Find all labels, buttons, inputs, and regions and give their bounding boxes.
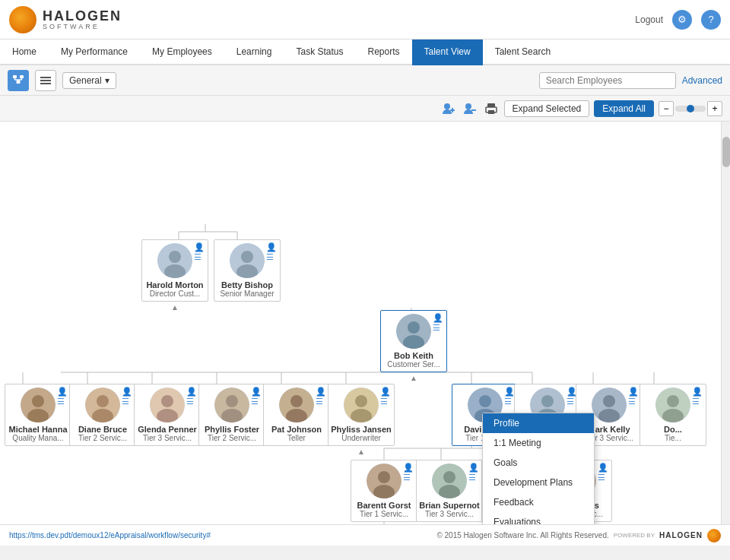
print-icon[interactable] (483, 100, 500, 117)
node-harold-morton[interactable]: 👤 ☰ Harold Morton Director Cust... ▲ (141, 239, 209, 312)
scrollbar-track[interactable] (721, 122, 730, 524)
menu-lines-icon: ☰ (598, 473, 608, 482)
node-phyliss-jansen[interactable]: 👤☰ Phyliss Jansen Underwriter ▲ (327, 384, 395, 456)
context-menu-profile[interactable]: Profile (483, 413, 594, 433)
nav-reports[interactable]: Reports (356, 40, 412, 65)
person-name: Michael Hanna (8, 425, 67, 434)
person-icon: 👤 (122, 388, 132, 396)
svg-point-67 (226, 395, 238, 407)
node-bob-keith[interactable]: 👤 ☰ Bob Keith Customer Ser... ▲ (379, 310, 448, 382)
person-name: Betty Bishop (221, 280, 273, 289)
zoom-in-button[interactable]: + (707, 101, 722, 116)
person-icon: 👤 (433, 314, 443, 322)
context-menu-feedback[interactable]: Feedback (483, 492, 594, 512)
nav-my-employees[interactable]: My Employees (140, 40, 224, 65)
menu-lines-icon: ☰ (433, 324, 443, 332)
person-icon: 👤 (194, 243, 205, 252)
person-name: Do... (664, 425, 682, 434)
footer: https://tms.dev.pdt/demoux12/eAppraisal/… (0, 524, 730, 546)
svg-point-52 (241, 251, 253, 263)
advanced-search-link[interactable]: Advanced (682, 75, 722, 86)
svg-point-55 (408, 321, 420, 334)
person-title: Tie... (665, 434, 681, 442)
svg-point-73 (355, 395, 367, 407)
person-title: Senior Manager (220, 289, 274, 298)
logo-text-area: HALOGEN SOFTWARE (43, 8, 122, 30)
node-barentt-gorst[interactable]: 👤☰ Barentt Gorst Tier 1 Servic... (350, 460, 418, 522)
help-icon[interactable]: ? (701, 10, 721, 30)
svg-rect-1 (20, 75, 24, 78)
menu-lines-icon: ☰ (316, 397, 326, 406)
context-menu-goals[interactable]: Goals (483, 453, 594, 473)
expand-arrow[interactable]: ▲ (357, 448, 365, 456)
menu-lines-icon: ☰ (251, 397, 262, 406)
svg-point-88 (378, 471, 390, 483)
node-pat-johnson[interactable]: 👤☰ Pat Johnson Teller (262, 384, 331, 446)
zoom-out-button[interactable]: − (659, 101, 674, 116)
menu-lines-icon: ☰ (186, 397, 197, 406)
person-remove-icon[interactable] (462, 100, 478, 117)
nav-my-performance[interactable]: My Performance (49, 40, 140, 65)
nav-home[interactable]: Home (0, 40, 49, 65)
person-icon: 👤 (403, 464, 414, 472)
node-glenda-penner[interactable]: 👤☰ Glenda Penner Tier 3 Servic... (133, 384, 202, 446)
svg-point-79 (541, 395, 554, 407)
org-chart-view-button[interactable] (8, 70, 29, 91)
node-phyllis-foster[interactable]: 👤☰ Phyllis Foster Tier 2 Servic... (198, 384, 266, 446)
person-icon: 👤 (380, 388, 391, 396)
node-betty-bishop[interactable]: 👤 ☰ Betty Bishop Senior Manager (213, 239, 281, 302)
chevron-down-icon: ▾ (105, 75, 110, 86)
zoom-thumb (687, 105, 694, 112)
node-brian-supernot[interactable]: 👤☰ Brian Supernot Tier 3 Servic... (415, 460, 484, 522)
person-title: Customer Ser... (387, 360, 440, 369)
svg-point-49 (169, 251, 181, 263)
view-selector[interactable]: General ▾ (62, 72, 116, 89)
context-menu-meeting[interactable]: 1:1 Meeting (483, 433, 594, 453)
context-menu-evaluations[interactable]: Evaluations (483, 512, 594, 524)
person-icon: 👤 (251, 388, 262, 396)
expand-selected-button[interactable]: Expand Selected (504, 100, 590, 117)
expand-all-button[interactable]: Expand All (594, 100, 654, 117)
person-icon: 👤 (266, 243, 277, 252)
person-icon: 👤 (628, 388, 639, 396)
action-bar: Expand Selected Expand All − + (0, 96, 730, 122)
expand-arrow[interactable]: ▲ (410, 374, 417, 382)
settings-icon[interactable]: ⚙ (672, 10, 692, 30)
svg-rect-0 (13, 75, 17, 78)
node-diane-bruce[interactable]: 👤☰ Diane Bruce Tier 2 Servic... (68, 384, 137, 446)
node-michael-hanna[interactable]: 👤☰ Michael Hanna Quality Mana... (4, 384, 72, 446)
svg-rect-8 (40, 80, 51, 81)
menu-lines-icon: ☰ (403, 473, 414, 482)
zoom-slider[interactable] (675, 106, 706, 112)
nav-talent-view[interactable]: Talent View (412, 40, 483, 65)
menu-lines-icon: ☰ (122, 397, 132, 406)
person-title: Tier 3 Servic... (425, 510, 474, 518)
header-right: Logout ⚙ ? (635, 10, 721, 30)
node-do[interactable]: 👤☰ Do... Tie... (639, 384, 707, 446)
context-menu-development-plans[interactable]: Development Plans (483, 473, 594, 492)
nav-task-status[interactable]: Task Status (284, 40, 355, 65)
person-name: Bob Keith (394, 351, 433, 360)
person-icon: 👤 (692, 388, 703, 396)
zoom-controls: − + (659, 101, 722, 116)
person-name: Diane Bruce (78, 425, 127, 434)
logout-button[interactable]: Logout (635, 14, 663, 25)
list-view-button[interactable] (35, 70, 56, 91)
scrollbar-thumb[interactable] (722, 137, 730, 167)
nav-talent-search[interactable]: Talent Search (483, 40, 563, 65)
logo-brand: HALOGEN (43, 8, 122, 24)
footer-brand: HALOGEN (659, 531, 703, 539)
expand-arrow[interactable]: ▲ (171, 303, 179, 312)
person-add-icon[interactable] (440, 100, 457, 117)
logo-icon (9, 6, 36, 33)
person-title: Tier 1 Servic... (360, 510, 408, 518)
svg-rect-2 (17, 81, 21, 84)
svg-point-61 (97, 395, 109, 407)
person-title: Tier 3 Servic... (143, 434, 192, 442)
nav-learning[interactable]: Learning (224, 40, 284, 65)
person-name: Barentt Gorst (357, 501, 411, 510)
search-input[interactable] (539, 72, 676, 89)
person-title: Underwriter (341, 434, 381, 442)
person-name: Harold Morton (146, 280, 203, 289)
svg-point-85 (667, 395, 679, 407)
